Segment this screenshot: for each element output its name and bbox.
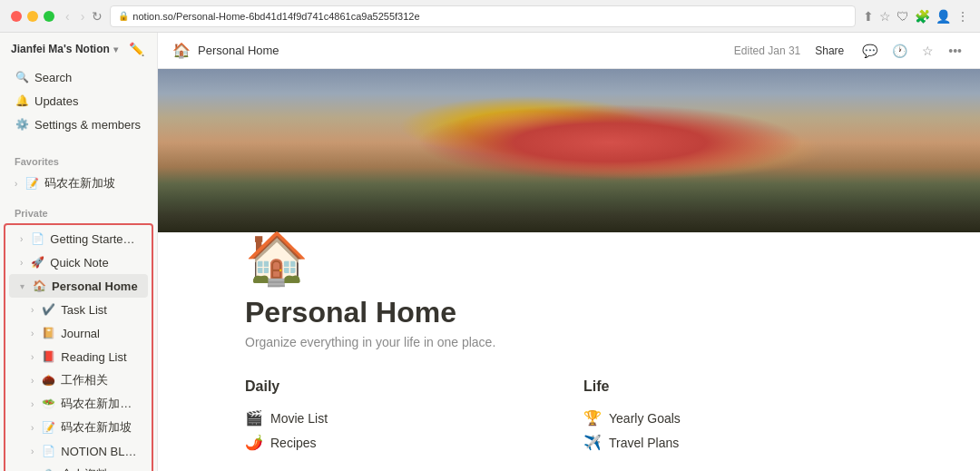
- travel-plans-text: Travel Plans: [609, 436, 679, 450]
- work-icon: 🌰: [41, 373, 55, 388]
- life-section: Life 🏆 Yearly Goals ✈️ Travel Plans: [583, 378, 893, 455]
- bookmark-button[interactable]: ☆: [879, 9, 891, 24]
- shield-icon[interactable]: 🛡: [897, 9, 909, 24]
- recipes-item[interactable]: 🌶️ Recipes: [245, 430, 554, 455]
- page-icon-large: 🏠: [245, 229, 309, 289]
- sidebar-item-search[interactable]: 🔍 Search: [4, 65, 153, 89]
- sidebar: Jianfei Ma's Notion ▾ ✏️ 🔍 Search 🔔 Upda…: [0, 33, 158, 471]
- nav-arrows: ‹ › ↻: [62, 7, 103, 25]
- close-button[interactable]: [11, 11, 22, 22]
- updates-label: Updates: [34, 94, 146, 108]
- chevron-icon: ›: [31, 376, 34, 386]
- movie-list-item[interactable]: 🎬 Movie List: [245, 406, 554, 430]
- app: Jianfei Ma's Notion ▾ ✏️ 🔍 Search 🔔 Upda…: [0, 33, 980, 471]
- movie-list-icon: 🎬: [245, 409, 263, 427]
- private-label: Private: [15, 208, 48, 219]
- chevron-icon: ▾: [20, 281, 24, 291]
- workspace-label: Jianfei Ma's Notion: [11, 43, 110, 55]
- travel-plans-item[interactable]: ✈️ Travel Plans: [583, 430, 893, 455]
- share-browser-button[interactable]: ⬆: [863, 9, 874, 24]
- new-page-button[interactable]: ✏️: [127, 40, 146, 58]
- back-button[interactable]: ‹: [62, 7, 74, 25]
- chevron-icon: ›: [31, 352, 34, 362]
- sidebar-header: Jianfei Ma's Notion ▾ ✏️: [0, 33, 157, 65]
- profile-button[interactable]: 👤: [936, 9, 951, 24]
- updates-icon: 🔔: [15, 93, 29, 108]
- sidebar-item-blog[interactable]: › 🥗 码农在新加坡的个人博客: [9, 392, 148, 416]
- more-options-button[interactable]: •••: [945, 40, 965, 62]
- workspace-chevron-icon: ▾: [113, 44, 118, 54]
- sidebar-item-getting-started[interactable]: › 📄 Getting Started on Mobile: [9, 227, 148, 250]
- sidebar-item-settings[interactable]: ⚙️ Settings & members: [4, 113, 153, 136]
- settings-icon: ⚙️: [15, 117, 29, 132]
- getting-started-icon: 📄: [30, 231, 44, 246]
- life-section-title: Life: [583, 378, 893, 395]
- yearly-goals-text: Yearly Goals: [609, 411, 681, 426]
- comment-button[interactable]: 💬: [858, 40, 881, 62]
- notion-template-label: NOTION BLOG Templ...: [61, 445, 141, 458]
- page-icon-container: 🏠: [158, 214, 980, 289]
- movie-list-text: Movie List: [270, 411, 328, 426]
- more-button[interactable]: ⋮: [956, 9, 969, 24]
- personal-home-icon: 🏠: [32, 279, 46, 293]
- workspace-name[interactable]: Jianfei Ma's Notion ▾: [11, 43, 118, 55]
- page-title: Personal Home: [245, 296, 893, 329]
- page-content: 🏠 Personal Home Organize everything in y…: [158, 69, 980, 471]
- chevron-icon: ›: [31, 329, 34, 339]
- quick-note-icon: 🚀: [30, 255, 44, 270]
- address-bar[interactable]: 🔒 notion.so/Personal-Home-6bd41d14f9d741…: [110, 5, 856, 27]
- forward-button[interactable]: ›: [77, 7, 89, 25]
- cover-image: [158, 69, 980, 232]
- sidebar-item-journal[interactable]: › 📔 Journal: [9, 321, 148, 345]
- page-subtitle: Organize everything in your life in one …: [245, 335, 893, 349]
- private-section: Private: [0, 195, 157, 223]
- maximize-button[interactable]: [44, 11, 54, 22]
- browser-chrome: ‹ › ↻ 🔒 notion.so/Personal-Home-6bd41d14…: [0, 0, 980, 33]
- page-title-section: Personal Home Organize everything in you…: [158, 289, 980, 364]
- chevron-icon: ›: [31, 399, 34, 409]
- favorite-button[interactable]: ☆: [918, 40, 937, 62]
- sidebar-item-reading-list[interactable]: › 📕 Reading List: [9, 345, 148, 368]
- task-list-icon: ✔️: [41, 302, 55, 317]
- share-button[interactable]: Share: [808, 41, 851, 61]
- sidebar-item-updates[interactable]: 🔔 Updates: [4, 89, 153, 113]
- favorites-section: Favorites: [0, 143, 157, 172]
- search-icon: 🔍: [15, 70, 29, 84]
- topbar-actions: Edited Jan 31 Share 💬 🕐 ☆ •••: [734, 40, 965, 62]
- chevron-icon: ›: [31, 446, 34, 456]
- content-area: Daily 🎬 Movie List 🌶️ Recipes Life: [158, 364, 980, 471]
- sidebar-item-personal-home[interactable]: ▾ 🏠 Personal Home: [9, 274, 148, 298]
- daily-section-title: Daily: [245, 378, 554, 395]
- profile-label: 个人资料: [61, 466, 141, 471]
- recipes-icon: 🌶️: [245, 434, 263, 451]
- topbar: 🏠 Personal Home Edited Jan 31 Share 💬 🕐 …: [158, 33, 980, 69]
- notion-template-icon: 📄: [41, 444, 55, 458]
- getting-started-label: Getting Started on Mobile: [50, 232, 141, 246]
- sidebar-item-task-list[interactable]: › ✔️ Task List: [9, 298, 148, 321]
- yearly-goals-item[interactable]: 🏆 Yearly Goals: [583, 406, 893, 430]
- chevron-icon: ›: [20, 234, 23, 244]
- refresh-button[interactable]: ↻: [92, 7, 103, 25]
- minimize-button[interactable]: [27, 11, 38, 22]
- reading-list-icon: 📕: [41, 349, 55, 364]
- sidebar-item-profile[interactable]: › 🔒 个人资料: [9, 463, 148, 471]
- favorites-label: Favorites: [15, 156, 59, 167]
- private-items-box: › 📄 Getting Started on Mobile › 🚀 Quick …: [4, 223, 153, 471]
- history-button[interactable]: 🕐: [888, 40, 911, 62]
- chevron-icon: ›: [31, 305, 34, 315]
- sidebar-item-work[interactable]: › 🌰 工作相关: [9, 368, 148, 392]
- journal-icon: 📔: [41, 326, 55, 340]
- sidebar-header-actions: ✏️: [127, 40, 146, 58]
- topbar-page-icon: 🏠: [172, 42, 191, 59]
- sidebar-item-notion-template[interactable]: › 📄 NOTION BLOG Templ...: [9, 439, 148, 463]
- extensions-button[interactable]: 🧩: [915, 9, 930, 24]
- recipes-text: Recipes: [270, 436, 317, 450]
- sections-grid: Daily 🎬 Movie List 🌶️ Recipes Life: [245, 378, 893, 455]
- sidebar-item-quick-note[interactable]: › 🚀 Quick Note: [9, 250, 148, 274]
- sidebar-item-favorites-0[interactable]: › 📝 码农在新加坡: [4, 172, 153, 195]
- task-list-label: Task List: [61, 303, 141, 317]
- fav-item-icon: 📝: [24, 176, 39, 191]
- sg-label: 码农在新加坡: [61, 419, 141, 436]
- journal-label: Journal: [61, 327, 141, 340]
- sidebar-item-sg[interactable]: › 📝 码农在新加坡: [9, 416, 148, 439]
